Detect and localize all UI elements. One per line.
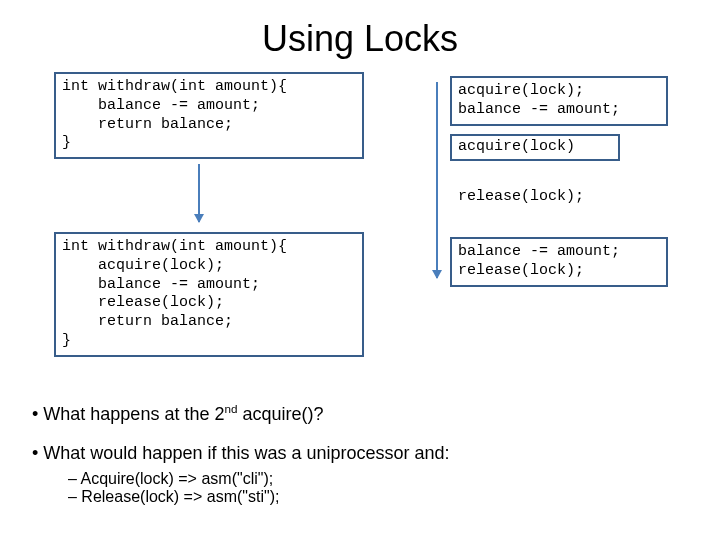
slide-title: Using Locks [0,18,720,60]
code-thread2-continue: balance -= amount; release(lock); [450,237,668,287]
arrow-down-right [436,82,438,278]
bullet-1-text-post: acquire()? [237,404,323,424]
code-thread1-acquire: acquire(lock); balance -= amount; [450,76,668,126]
code-release-label: release(lock); [458,188,584,207]
bullet-2: What would happen if this was a uniproce… [32,443,672,506]
sub-bullet-2: Release(lock) => asm("sti"); [68,488,672,506]
bullet-list: What happens at the 2nd acquire()? What … [32,402,672,524]
bullet-1-text-pre: What happens at the 2 [43,404,224,424]
code-withdraw-original: int withdraw(int amount){ balance -= amo… [54,72,364,159]
sub-bullet-1: Acquire(lock) => asm("cli"); [68,470,672,488]
content-area: int withdraw(int amount){ balance -= amo… [0,72,720,452]
bullet-2-text: What would happen if this was a uniproce… [43,443,449,463]
bullet-1: What happens at the 2nd acquire()? [32,402,672,425]
arrow-down-left [198,164,200,222]
bullet-1-sup: nd [224,402,237,415]
code-thread2-acquire: acquire(lock) [450,134,620,161]
code-withdraw-locked: int withdraw(int amount){ acquire(lock);… [54,232,364,357]
